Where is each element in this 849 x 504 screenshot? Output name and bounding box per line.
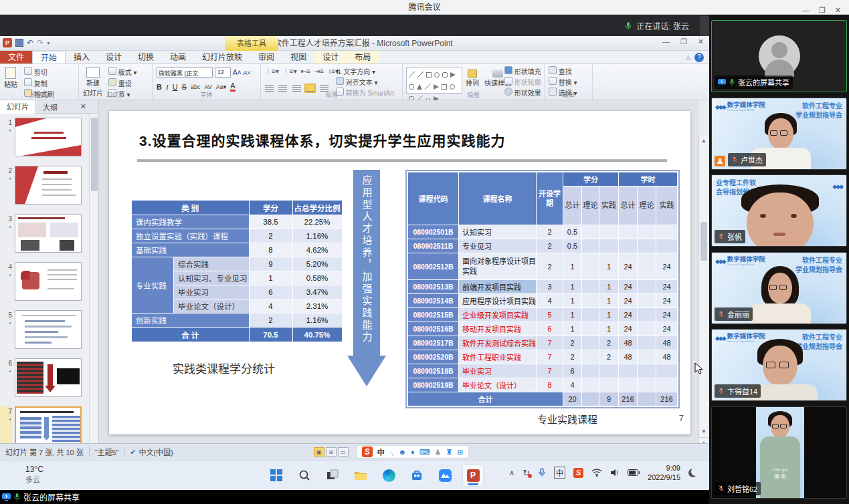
tab-view[interactable]: 视图: [282, 51, 314, 64]
ime-emoji-icon[interactable]: ☻: [398, 448, 406, 456]
char-spacing-button[interactable]: AV: [204, 84, 211, 90]
tab-animations[interactable]: 动画: [162, 51, 194, 64]
arrange-button[interactable]: 排列: [466, 70, 479, 88]
replace-button[interactable]: 替换 ▾: [549, 77, 577, 88]
bullets-icon[interactable]: ⋮≡▾: [265, 68, 279, 75]
shape-outline-button[interactable]: 形状轮廓: [504, 77, 541, 88]
numbering-icon[interactable]: ⋮≡▾: [283, 68, 297, 75]
panel-tab-slides[interactable]: 幻灯片: [0, 100, 36, 114]
text-direction-button[interactable]: ⇅ 文字方向 ▾: [336, 67, 394, 77]
ppt-app-icon[interactable]: P: [3, 38, 12, 47]
spellcheck-icon[interactable]: ✔: [130, 448, 136, 457]
underline-button[interactable]: U: [173, 83, 178, 91]
panel-tab-outline[interactable]: 大纲: [36, 102, 64, 112]
copy-button[interactable]: 复制: [24, 78, 54, 90]
mic-tray-icon[interactable]: [538, 468, 546, 478]
panel-scrollbar[interactable]: ▼: [89, 114, 98, 472]
ime-tray-indicator[interactable]: 中: [554, 467, 565, 479]
recorder-tray-icon[interactable]: ↻: [523, 468, 530, 478]
qat-dropdown-icon[interactable]: ▾: [47, 40, 50, 46]
tab-slideshow[interactable]: 幻灯片放映: [194, 51, 250, 64]
tab-table-layout[interactable]: 布局: [347, 51, 379, 64]
layout-button[interactable]: 版式 ▾: [108, 67, 137, 78]
participant-tile[interactable]: mo yu 摸 鱼 刘哲铭62: [711, 406, 847, 499]
tray-chevron-icon[interactable]: ∧: [509, 469, 514, 477]
edge-button[interactable]: [379, 465, 399, 486]
shape-fill-button[interactable]: 形状填充: [504, 66, 541, 77]
shrink-font-icon[interactable]: A˅: [244, 70, 251, 76]
scroll-up-icon[interactable]: ▲: [699, 136, 709, 146]
align-text-button[interactable]: 对齐文本 ▾: [336, 77, 394, 88]
normal-view-button[interactable]: ▣: [314, 447, 324, 457]
store-button[interactable]: [407, 465, 427, 486]
save-icon[interactable]: [15, 39, 23, 47]
undo-icon[interactable]: ↶: [27, 38, 33, 47]
sorter-view-button[interactable]: ⊞: [326, 447, 337, 457]
sogou-logo-icon[interactable]: S: [362, 447, 373, 457]
search-button[interactable]: [294, 465, 314, 486]
ppt-restore-icon[interactable]: ❐: [680, 37, 687, 46]
scroll-down-icon[interactable]: ▼: [699, 428, 709, 434]
slide-thumbnail-4[interactable]: 4✦: [0, 262, 82, 301]
shadow-button[interactable]: abc: [191, 84, 201, 90]
do-not-disturb-icon[interactable]: [688, 469, 697, 477]
thumb-1-preview[interactable]: [15, 118, 82, 156]
thumb-4-preview[interactable]: [15, 262, 82, 301]
weather-widget[interactable]: 13°C 多云: [25, 465, 43, 485]
participant-tile-screen-share[interactable]: 张云的屏幕共享: [711, 20, 847, 92]
collapse-ribbon-icon[interactable]: △: [686, 51, 690, 64]
strikethrough-button[interactable]: S: [182, 83, 187, 91]
sogou-tray-icon[interactable]: S: [573, 468, 583, 478]
wifi-icon[interactable]: [591, 469, 602, 477]
shapes-gallery[interactable]: { }: [406, 67, 462, 94]
tencent-meeting-button[interactable]: [435, 465, 455, 486]
ime-login-icon[interactable]: ♟: [435, 448, 442, 457]
tab-insert[interactable]: 插入: [66, 51, 98, 64]
ppt-minimize-icon[interactable]: —: [662, 37, 670, 46]
reset-button[interactable]: 重设: [108, 78, 137, 90]
font-size-select[interactable]: 12: [215, 68, 231, 78]
tab-file[interactable]: 文件: [0, 51, 32, 64]
slide-vertical-scrollbar[interactable]: ▲ ▼ ▲▲ ▼▼: [698, 136, 709, 472]
clock-widget[interactable]: 9:09 2022/9/15: [648, 463, 680, 483]
redo-icon[interactable]: ↷: [37, 38, 43, 47]
italic-button[interactable]: I: [166, 83, 169, 91]
cut-button[interactable]: 剪切: [24, 67, 54, 78]
reading-view-button[interactable]: ▭: [338, 447, 349, 457]
scrollbar-thumb[interactable]: [700, 222, 707, 261]
language-indicator[interactable]: 中文(中国): [138, 447, 173, 457]
participant-tile[interactable]: ◆◆◆ 数字媒体学院School of Digital Media 软件工程专业…: [711, 329, 847, 401]
ime-skin-icon[interactable]: ♜: [446, 448, 452, 457]
task-view-button[interactable]: [322, 465, 343, 486]
bold-button[interactable]: B: [157, 83, 162, 91]
find-button[interactable]: 查找: [549, 66, 577, 77]
ppt-close-icon[interactable]: ✕: [698, 37, 704, 46]
tab-table-design[interactable]: 设计: [314, 51, 347, 64]
tab-design[interactable]: 设计: [98, 51, 130, 64]
increase-indent-icon[interactable]: ⇥≡: [314, 68, 324, 75]
file-explorer-button[interactable]: [351, 465, 371, 486]
thumb-7-preview[interactable]: [15, 406, 82, 445]
ime-punctuation-icon[interactable]: ·,: [389, 448, 394, 456]
thumb-3-preview[interactable]: [15, 214, 82, 253]
tab-transitions[interactable]: 切换: [130, 51, 162, 64]
speaker-icon[interactable]: [610, 469, 620, 477]
ime-mode-toggle[interactable]: 中: [377, 447, 385, 457]
participant-tile[interactable]: ◆◆◆ 数字媒体学院School of Digital Media 软件工程专业…: [711, 98, 847, 170]
ime-keyboard-icon[interactable]: ⌨: [419, 448, 430, 457]
ime-voice-icon[interactable]: ♦: [411, 448, 415, 456]
grow-font-icon[interactable]: A˄: [233, 69, 242, 76]
powerpoint-taskbar-button[interactable]: P: [463, 465, 483, 486]
font-name-select[interactable]: 微软雅黑 (正文: [157, 68, 213, 78]
thumb-5-preview[interactable]: [15, 310, 82, 349]
ime-toolbox-icon[interactable]: ⊞: [457, 448, 463, 457]
slide-thumbnail-6[interactable]: 6✦: [0, 358, 82, 397]
change-case-button[interactable]: Aa▾: [216, 84, 227, 90]
participant-tile[interactable]: ◆◆◆ 数字媒体学院School of Digital Media 软件工程专业…: [711, 252, 847, 324]
tab-home[interactable]: 开始: [32, 51, 66, 64]
participant-tile[interactable]: 业专程工件软 会导指划规业学 ◆◆◆ 张帆: [711, 174, 847, 247]
panel-close-icon[interactable]: ✕: [80, 102, 86, 111]
tab-review[interactable]: 审阅: [250, 51, 282, 64]
thumb-6-preview[interactable]: [15, 358, 82, 397]
slide-thumbnail-2[interactable]: 2✦: [0, 166, 82, 205]
